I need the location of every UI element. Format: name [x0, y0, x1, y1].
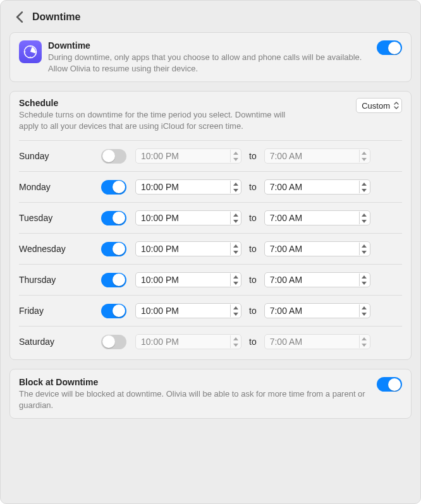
stepper-up[interactable]: [231, 335, 240, 342]
stepper-down[interactable]: [231, 156, 240, 162]
stepper-down[interactable]: [231, 249, 240, 255]
time-stepper[interactable]: [359, 150, 369, 162]
stepper-down[interactable]: [231, 311, 240, 317]
stepper-up[interactable]: [360, 304, 369, 311]
stepper-down[interactable]: [231, 280, 240, 286]
from-time-field[interactable]: 10:00 PM: [135, 272, 241, 287]
time-stepper[interactable]: [230, 212, 240, 224]
time-stepper[interactable]: [230, 273, 240, 286]
stepper-up[interactable]: [231, 150, 240, 156]
to-time-field[interactable]: 7:00 AM: [264, 241, 370, 256]
day-name: Wednesday: [19, 244, 101, 254]
schedule-day-row: Wednesday10:00 PMto7:00 AM: [19, 233, 402, 264]
stepper-down[interactable]: [231, 187, 240, 193]
day-name: Friday: [19, 306, 101, 316]
stepper-down[interactable]: [360, 218, 369, 224]
from-time-field[interactable]: 10:00 PM: [135, 241, 241, 256]
to-label: to: [249, 151, 257, 161]
day-toggle[interactable]: [101, 149, 126, 164]
from-time-value: 10:00 PM: [141, 182, 179, 192]
day-toggle[interactable]: [101, 304, 126, 318]
to-time-field[interactable]: 7:00 AM: [264, 272, 370, 287]
to-time-field[interactable]: 7:00 AM: [264, 334, 370, 349]
from-time-field[interactable]: 10:00 PM: [135, 179, 241, 195]
downtime-card: Downtime During downtime, only apps that…: [9, 32, 412, 82]
day-name: Tuesday: [19, 213, 101, 223]
time-stepper[interactable]: [230, 181, 240, 193]
stepper-up[interactable]: [231, 304, 240, 311]
schedule-day-row: Monday10:00 PMto7:00 AM: [19, 171, 402, 202]
day-toggle[interactable]: [101, 335, 126, 349]
stepper-up[interactable]: [360, 335, 369, 342]
time-stepper[interactable]: [359, 181, 369, 193]
day-name: Thursday: [19, 275, 101, 285]
stepper-up[interactable]: [360, 243, 369, 249]
time-stepper[interactable]: [230, 304, 240, 317]
stepper-up[interactable]: [360, 212, 369, 218]
to-time-field[interactable]: 7:00 AM: [264, 179, 370, 195]
downtime-icon: [19, 40, 42, 63]
time-stepper[interactable]: [359, 212, 369, 224]
stepper-up[interactable]: [360, 150, 369, 156]
from-time-value: 10:00 PM: [141, 306, 179, 316]
stepper-down[interactable]: [360, 342, 369, 348]
schedule-title: Schedule: [19, 98, 350, 108]
from-time-value: 10:00 PM: [141, 337, 179, 347]
time-stepper[interactable]: [359, 243, 369, 255]
stepper-down[interactable]: [360, 156, 369, 162]
day-toggle[interactable]: [101, 273, 126, 287]
block-at-downtime-toggle[interactable]: [377, 377, 402, 392]
to-time-value: 7:00 AM: [270, 182, 302, 192]
to-time-value: 7:00 AM: [270, 306, 302, 316]
from-time-value: 10:00 PM: [141, 275, 179, 285]
day-toggle[interactable]: [101, 242, 126, 256]
stepper-up[interactable]: [360, 273, 369, 280]
schedule-description: Schedule turns on downtime for the time …: [19, 109, 291, 131]
day-toggle[interactable]: [101, 180, 126, 195]
to-time-field[interactable]: 7:00 AM: [264, 148, 370, 164]
from-time-field[interactable]: 10:00 PM: [135, 303, 241, 318]
day-name: Monday: [19, 182, 101, 192]
to-time-value: 7:00 AM: [270, 244, 302, 254]
time-stepper[interactable]: [359, 304, 369, 317]
day-toggle[interactable]: [101, 211, 126, 225]
stepper-up[interactable]: [231, 212, 240, 218]
to-time-value: 7:00 AM: [270, 275, 302, 285]
stepper-down[interactable]: [231, 218, 240, 224]
chevron-left-icon: [16, 11, 23, 23]
stepper-up[interactable]: [231, 243, 240, 249]
stepper-up[interactable]: [231, 273, 240, 280]
schedule-mode-popup[interactable]: Custom: [356, 98, 402, 113]
time-stepper[interactable]: [359, 273, 369, 286]
from-time-field[interactable]: 10:00 PM: [135, 148, 241, 164]
from-time-value: 10:00 PM: [141, 151, 179, 161]
to-label: to: [249, 213, 257, 223]
time-stepper[interactable]: [359, 335, 369, 348]
from-time-field[interactable]: 10:00 PM: [135, 210, 241, 225]
time-stepper[interactable]: [230, 335, 240, 348]
stepper-up[interactable]: [231, 181, 240, 187]
to-label: to: [249, 337, 257, 347]
to-time-value: 7:00 AM: [270, 213, 302, 223]
to-time-value: 7:00 AM: [270, 337, 302, 347]
day-name: Sunday: [19, 151, 101, 161]
schedule-day-row: Friday10:00 PMto7:00 AM: [19, 295, 402, 326]
page-title: Downtime: [32, 11, 80, 23]
stepper-up[interactable]: [360, 181, 369, 187]
block-at-downtime-card: Block at Downtime The device will be blo…: [9, 369, 412, 419]
downtime-toggle[interactable]: [377, 40, 402, 55]
to-time-field[interactable]: 7:00 AM: [264, 303, 370, 318]
stepper-down[interactable]: [360, 311, 369, 317]
stepper-down[interactable]: [360, 249, 369, 255]
schedule-card: Schedule Schedule turns on downtime for …: [9, 91, 412, 360]
from-time-field[interactable]: 10:00 PM: [135, 334, 241, 349]
time-stepper[interactable]: [230, 150, 240, 162]
stepper-down[interactable]: [360, 187, 369, 193]
time-stepper[interactable]: [230, 243, 240, 255]
to-time-field[interactable]: 7:00 AM: [264, 210, 370, 225]
back-button[interactable]: [11, 8, 28, 26]
stepper-down[interactable]: [231, 342, 240, 348]
day-name: Saturday: [19, 337, 101, 347]
to-label: to: [249, 275, 257, 285]
stepper-down[interactable]: [360, 280, 369, 286]
